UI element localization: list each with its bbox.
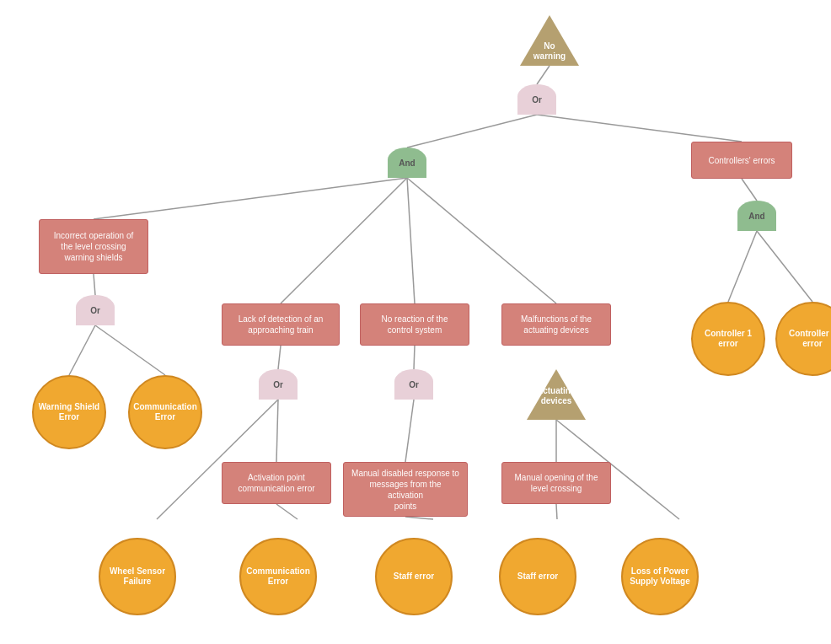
svg-line-4	[281, 178, 407, 303]
gate-and-ctrl: And	[737, 201, 776, 231]
circle-wheel-sensor-failure: Wheel SensorFailure	[99, 538, 176, 615]
rect-manual-opening: Manual opening of thelevel crossing	[501, 462, 611, 504]
svg-line-3	[94, 178, 407, 219]
svg-line-9	[757, 231, 812, 302]
gate-or-noreact: Or	[394, 369, 433, 400]
svg-line-2	[537, 115, 742, 142]
circle-staff-error-1: Staff error	[375, 538, 453, 615]
rect-malfunctions: Malfunctions of theactuating devices	[501, 303, 611, 346]
rect-lack-detection: Lack of detection of anapproaching train	[222, 303, 340, 346]
fault-tree-diagram: Nowarning Or And Controllers' errors And…	[0, 0, 831, 644]
svg-line-1	[407, 115, 537, 148]
svg-line-14	[414, 346, 415, 369]
gate-or-incorrect: Or	[76, 295, 115, 325]
svg-line-7	[742, 179, 757, 201]
svg-line-10	[94, 274, 95, 295]
gate-or-top: Or	[517, 84, 556, 115]
rect-no-reaction: No reaction of thecontrol system	[360, 303, 469, 346]
circle-power-supply-voltage: Loss of PowerSupply Voltage	[621, 538, 699, 615]
gate-or-lack: Or	[259, 369, 298, 400]
svg-line-6	[407, 178, 556, 303]
svg-line-5	[407, 178, 415, 303]
svg-line-15	[276, 400, 278, 462]
circle-warning-shield-error: Warning ShieldError	[32, 375, 106, 449]
circle-communication-error-2: CommunicationError	[239, 538, 317, 615]
circle-staff-error-2: Staff error	[499, 538, 576, 615]
svg-line-11	[69, 325, 95, 375]
svg-line-13	[278, 346, 281, 369]
svg-line-0	[537, 66, 550, 84]
circle-controller1-error: Controller 1error	[691, 302, 765, 376]
circle-communication-error-1: CommunicationError	[128, 375, 202, 449]
svg-line-18	[276, 504, 298, 519]
rect-controllers-errors: Controllers' errors	[691, 142, 792, 179]
svg-line-19	[405, 517, 433, 519]
rect-manual-disabled: Manual disabled response tomessages from…	[343, 462, 468, 517]
top-event-node: Nowarning	[520, 15, 579, 66]
rect-incorrect-operation: Incorrect operation ofthe level crossing…	[39, 219, 148, 274]
svg-line-8	[728, 231, 757, 302]
gate-and-main: And	[388, 148, 426, 178]
tri-actuating-devices: Actuatingdevices	[527, 369, 586, 420]
rect-activation-point: Activation pointcommunication error	[222, 462, 331, 504]
svg-line-20	[556, 504, 557, 519]
svg-line-12	[95, 325, 165, 375]
svg-line-17	[405, 400, 414, 462]
circle-controller2-error: Controller 2error	[775, 302, 831, 376]
